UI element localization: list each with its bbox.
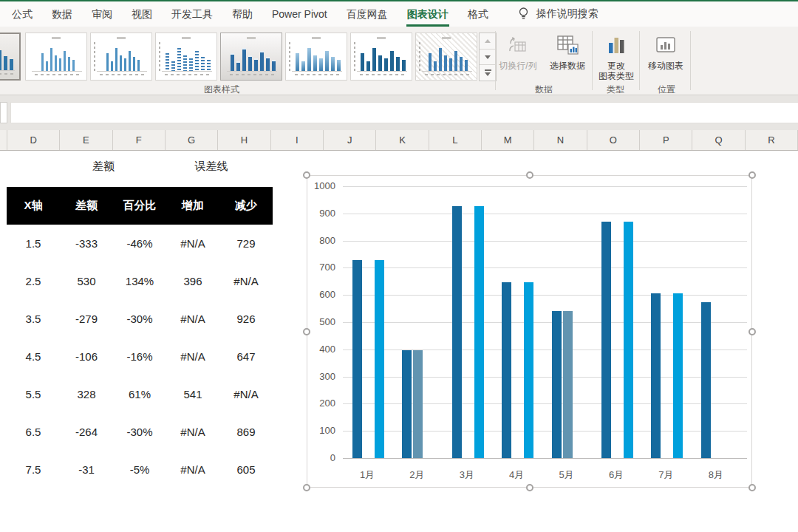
bar-数值-3月[interactable] bbox=[452, 206, 462, 458]
table-cell[interactable]: 6.5 bbox=[7, 426, 60, 438]
tab-视图[interactable]: 视图 bbox=[122, 1, 162, 27]
table-cell[interactable]: 605 bbox=[219, 463, 273, 476]
tab-帮助[interactable]: 帮助 bbox=[222, 1, 262, 27]
chart-style-thumbnail-1[interactable] bbox=[0, 33, 21, 81]
table-cell[interactable]: -333 bbox=[60, 237, 113, 250]
bar-减少-6月[interactable] bbox=[624, 222, 633, 458]
chart-resize-handle-middle-right[interactable] bbox=[748, 328, 756, 335]
tab-数据[interactable]: 数据 bbox=[42, 1, 82, 27]
table-cell[interactable]: -16% bbox=[113, 350, 166, 363]
tab-开发工具[interactable]: 开发工具 bbox=[162, 1, 222, 27]
table-header-cell[interactable]: 百分比 bbox=[113, 199, 166, 213]
chart-style-thumbnail-5[interactable] bbox=[220, 33, 282, 81]
column-header-E[interactable]: E bbox=[60, 130, 112, 150]
table-cell[interactable]: 729 bbox=[219, 237, 273, 250]
table-cell[interactable]: 530 bbox=[60, 275, 113, 287]
tab-审阅[interactable]: 审阅 bbox=[82, 1, 122, 27]
table-title-difference[interactable]: 差额 bbox=[92, 160, 115, 174]
table-cell[interactable]: 4.5 bbox=[7, 350, 60, 363]
table-cell[interactable]: 5.5 bbox=[7, 388, 60, 400]
column-header-P[interactable]: P bbox=[640, 130, 692, 150]
table-header-cell[interactable]: 减少 bbox=[219, 199, 273, 213]
table-cell[interactable]: 61% bbox=[113, 388, 166, 400]
move-chart-button[interactable]: 移动图表 bbox=[643, 31, 689, 71]
table-cell[interactable]: -279 bbox=[60, 313, 113, 325]
tell-me-search[interactable]: 操作说明搜索 bbox=[517, 7, 598, 21]
chart-object[interactable]: 010020030040050060070080090010001月2月3月4月… bbox=[307, 175, 752, 488]
table-cell[interactable]: #N/A bbox=[166, 426, 219, 438]
column-header-H[interactable]: H bbox=[218, 130, 270, 150]
chart-resize-handle-bottom-right[interactable] bbox=[748, 484, 756, 491]
column-header-M[interactable]: M bbox=[482, 130, 534, 150]
change-chart-type-button[interactable]: 更改 图表类型 bbox=[596, 31, 637, 81]
column-header-partial[interactable] bbox=[0, 130, 7, 150]
bar-减少-7月[interactable] bbox=[673, 293, 683, 458]
table-cell[interactable]: #N/A bbox=[166, 237, 219, 250]
tab-图表设计[interactable]: 图表设计 bbox=[398, 1, 458, 27]
table-cell[interactable]: -264 bbox=[60, 426, 113, 438]
bar-减少-1月[interactable] bbox=[375, 260, 384, 458]
column-header-K[interactable]: K bbox=[376, 130, 429, 150]
table-cell[interactable]: 3.5 bbox=[7, 313, 60, 325]
table-cell[interactable]: 134% bbox=[113, 275, 166, 287]
gallery-scroll-up-button[interactable] bbox=[480, 33, 496, 50]
bar-增加-5月[interactable] bbox=[563, 311, 573, 458]
chart-style-thumbnail-2[interactable] bbox=[25, 33, 87, 81]
bar-减少-4月[interactable] bbox=[524, 282, 533, 458]
gallery-scroll-down-button[interactable] bbox=[480, 50, 496, 66]
table-cell[interactable]: 7.5 bbox=[7, 463, 60, 476]
bar-数值-7月[interactable] bbox=[651, 293, 661, 458]
table-cell[interactable]: #N/A bbox=[219, 275, 273, 287]
table-cell[interactable]: 926 bbox=[219, 313, 273, 325]
bar-数值-1月[interactable] bbox=[352, 260, 362, 458]
table-title-error-bars[interactable]: 误差线 bbox=[195, 160, 228, 174]
chart-style-thumbnail-4[interactable] bbox=[155, 33, 217, 81]
table-cell[interactable]: 869 bbox=[219, 426, 273, 438]
table-cell[interactable]: 647 bbox=[219, 350, 273, 363]
column-header-F[interactable]: F bbox=[113, 130, 166, 150]
column-header-O[interactable]: O bbox=[587, 130, 640, 150]
table-cell[interactable]: -30% bbox=[113, 313, 166, 325]
table-cell[interactable]: #N/A bbox=[166, 463, 219, 476]
bar-数值-4月[interactable] bbox=[502, 282, 511, 458]
bar-数值-2月[interactable] bbox=[402, 350, 412, 458]
chart-resize-handle-top-right[interactable] bbox=[748, 171, 756, 179]
table-cell[interactable]: -5% bbox=[113, 463, 166, 476]
column-header-L[interactable]: L bbox=[429, 130, 482, 150]
bar-数值-8月[interactable] bbox=[701, 302, 711, 458]
bar-增加-2月[interactable] bbox=[413, 350, 423, 458]
column-header-D[interactable]: D bbox=[7, 130, 60, 150]
table-header-cell[interactable]: X轴 bbox=[7, 199, 60, 213]
column-header-G[interactable]: G bbox=[166, 130, 218, 150]
chart-style-thumbnail-7[interactable] bbox=[350, 33, 412, 81]
table-cell[interactable]: 1.5 bbox=[7, 237, 60, 250]
tab-Power Pivot[interactable]: Power Pivot bbox=[262, 1, 337, 27]
column-header-R[interactable]: R bbox=[746, 130, 798, 150]
select-data-button[interactable]: 选择数据 bbox=[543, 31, 592, 71]
name-box[interactable] bbox=[0, 102, 7, 123]
formula-bar-input[interactable] bbox=[10, 102, 798, 123]
table-header-cell[interactable]: 差额 bbox=[60, 199, 113, 213]
table-cell[interactable]: #N/A bbox=[166, 313, 219, 325]
column-header-J[interactable]: J bbox=[324, 130, 376, 150]
column-header-N[interactable]: N bbox=[534, 130, 587, 150]
table-cell[interactable]: 328 bbox=[60, 388, 113, 400]
table-cell[interactable]: 2.5 bbox=[7, 275, 60, 287]
chart-style-thumbnail-8[interactable] bbox=[415, 33, 477, 81]
table-cell[interactable]: 541 bbox=[166, 388, 219, 400]
chart-style-thumbnail-3[interactable] bbox=[90, 33, 152, 81]
table-header-cell[interactable]: 增加 bbox=[166, 199, 219, 213]
table-cell[interactable]: -31 bbox=[60, 463, 113, 476]
table-cell[interactable]: #N/A bbox=[219, 388, 273, 400]
column-header-I[interactable]: I bbox=[271, 130, 324, 150]
tab-公式[interactable]: 公式 bbox=[2, 1, 42, 27]
chart-resize-handle-top-middle[interactable] bbox=[526, 171, 533, 179]
chart-resize-handle-middle-left[interactable] bbox=[303, 328, 310, 335]
chart-resize-handle-top-left[interactable] bbox=[303, 171, 310, 179]
column-header-Q[interactable]: Q bbox=[692, 130, 745, 150]
bar-数值-5月[interactable] bbox=[552, 311, 562, 458]
tab-格式[interactable]: 格式 bbox=[458, 1, 498, 27]
chart-style-thumbnail-6[interactable] bbox=[285, 33, 347, 81]
chart-resize-handle-bottom-left[interactable] bbox=[303, 484, 310, 491]
tab-百度网盘[interactable]: 百度网盘 bbox=[337, 1, 398, 27]
